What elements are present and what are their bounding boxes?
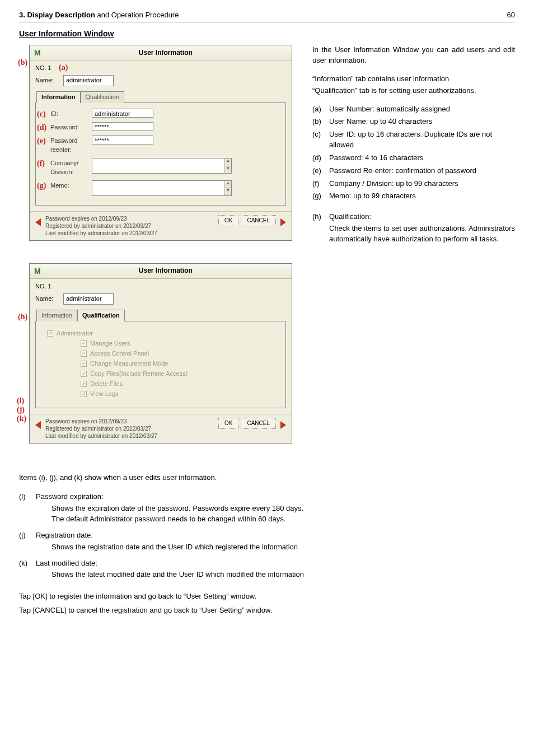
list-text: Password Re-enter: confirmation of passw… — [329, 166, 515, 176]
info-tab-desc: “Information” tab contains user informat… — [312, 74, 515, 85]
memo-field[interactable]: ▲▼ — [92, 180, 232, 196]
chapter-rest: and Operation Procedure — [95, 11, 179, 19]
check-copy-files[interactable]: ✓Copy Files(Include Remote Access) — [81, 370, 279, 379]
name-field[interactable]: administrator — [63, 293, 114, 305]
footer-registered: Registered by administrator on 2012/03/2… — [45, 425, 214, 432]
list-text: Password: 4 to 16 characters — [329, 153, 515, 164]
annot-g: (g) — [37, 180, 46, 192]
right-arrow-icon — [280, 218, 286, 226]
intro-paragraph: In the User Information Window you can a… — [312, 45, 515, 66]
scroll-arrows[interactable]: ▲▼ — [224, 181, 231, 195]
checkbox-icon: ✓ — [81, 351, 87, 357]
password-field[interactable]: ****** — [92, 122, 153, 131]
company-field[interactable]: ▲▼ — [92, 158, 232, 174]
check-label: Delete Files — [90, 380, 123, 389]
memo-label: Memo: — [43, 180, 87, 190]
list-bullet: (b) — [312, 116, 329, 127]
footer-expires: Password expires on 2012/09/23 — [45, 215, 214, 222]
check-label: View Logs — [90, 390, 119, 399]
footer-modified: Last modified by administrator on 2012/0… — [45, 230, 214, 237]
user-number-label: NO. 1 — [35, 283, 51, 290]
left-arrow-icon — [35, 218, 41, 226]
list-bullet: (d) — [312, 153, 329, 164]
list-text: User Name: up to 40 characters — [329, 116, 515, 127]
dialog-tabs: Information Qualification — [36, 91, 286, 102]
tab-information[interactable]: Information — [36, 91, 81, 103]
list-bullet: (c) — [312, 129, 329, 151]
user-info-dialog-qualification: (h) (i) (j) (k) M User Information NO. 1… — [19, 263, 299, 444]
list-bullet: (h) — [312, 212, 329, 222]
lower-description: Items (i), (j), and (k) show when a user… — [19, 473, 515, 616]
footer-expires: Password expires on 2012/09/23 — [45, 418, 214, 425]
name-field[interactable]: administrator — [63, 75, 114, 86]
item-title: Last modified date: — [36, 558, 97, 569]
list-bullet: (e) — [312, 166, 329, 176]
tail-cancel: Tap [CANCEL] to cancel the registration … — [19, 605, 515, 616]
check-manage-users[interactable]: ✓Manage Users — [81, 339, 279, 348]
tab-qualification[interactable]: Qualification — [81, 91, 125, 103]
right-arrow-icon — [280, 421, 286, 429]
tab-panel-information: (c) ID: administrator (d) Password: ****… — [35, 102, 286, 206]
annot-a: (a) — [59, 62, 68, 73]
check-label: Administrator — [57, 329, 93, 338]
description-text: In the User Information Window you can a… — [312, 45, 515, 245]
item-desc: Shows the latest modified date and the U… — [51, 570, 515, 580]
tab-panel-qualification: ✓ Administrator ✓Manage Users ✓Access Co… — [35, 321, 286, 408]
password-reenter-field[interactable]: ****** — [92, 136, 153, 144]
check-change-measurement-mode[interactable]: ✓Change Measurement Mode — [81, 360, 279, 368]
list-text: User Number: automatically assigned — [329, 104, 515, 115]
tab-information[interactable]: Information — [36, 310, 77, 321]
check-view-logs[interactable]: ✓View Logs — [81, 390, 279, 399]
user-number-label: NO. 1 — [35, 64, 51, 71]
annot-f: (f) — [37, 158, 45, 169]
page-header: 3. Display Description and Operation Pro… — [19, 10, 515, 22]
list-bullet: (i) — [19, 492, 36, 502]
list-text: Memo: up to 99 characters — [329, 191, 515, 202]
password-reenter-label: Password reenter: — [43, 136, 87, 155]
list-bullet: (j) — [19, 530, 36, 541]
annot-b: (b) — [18, 57, 27, 68]
chapter-title: 3. Display Description and Operation Pro… — [19, 10, 179, 21]
check-label: Access Control Panel — [90, 349, 149, 358]
tab-qualification[interactable]: Qualification — [77, 310, 125, 321]
id-field[interactable]: administrator — [92, 109, 153, 118]
item-desc: Shows the registration date and the User… — [51, 542, 515, 553]
page-number: 60 — [507, 10, 515, 21]
lower-intro: Items (i), (j), and (k) show when a user… — [19, 473, 515, 483]
ok-button[interactable]: OK — [218, 418, 238, 430]
check-delete-files[interactable]: ✓Delete Files — [81, 380, 279, 389]
name-label: Name: — [35, 295, 60, 304]
annot-d: (d) — [37, 122, 46, 133]
annot-e: (e) — [37, 136, 46, 147]
list-bullet: (f) — [312, 179, 329, 189]
checkbox-icon: ✓ — [47, 330, 53, 337]
check-label: Manage Users — [90, 339, 130, 348]
dialog-title: User Information — [44, 48, 287, 58]
list-text: Company / Division: up to 99 characters — [329, 179, 515, 189]
footer-registered: Registered by administrator on 2012/03/2… — [45, 222, 214, 230]
qual-tab-desc: “Qualification” tab is for setting user … — [312, 86, 515, 96]
item-title: Password expiration: — [36, 492, 104, 502]
checkbox-icon: ✓ — [81, 371, 87, 377]
cancel-button[interactable]: CANCEL — [241, 215, 276, 227]
dialog-footer: Password expires on 2012/09/23 Registere… — [30, 414, 292, 443]
tail-ok: Tap [OK] to register the information and… — [19, 591, 515, 602]
item-desc: Shows the expiration date of the passwor… — [51, 503, 515, 514]
checkbox-icon: ✓ — [81, 381, 87, 387]
user-info-dialog-information: (b) M User Information NO. 1 (a) Name: a… — [19, 45, 299, 241]
chapter-bold: 3. Display Description — [19, 11, 95, 19]
check-access-control-panel[interactable]: ✓Access Control Panel — [81, 349, 279, 358]
scroll-arrows[interactable]: ▲▼ — [224, 158, 231, 173]
list-bullet: (k) — [19, 558, 36, 569]
annot-h: (h) — [18, 311, 27, 323]
ok-button[interactable]: OK — [218, 215, 238, 227]
cancel-button[interactable]: CANCEL — [241, 418, 276, 430]
item-desc: The default Administrator password needs… — [51, 514, 515, 525]
dialog-tabs: Information Qualification — [36, 309, 286, 321]
item-title: Registration date: — [36, 530, 93, 541]
dialog-titlebar: M User Information — [30, 264, 292, 279]
company-label: Company/ Division: — [43, 158, 87, 177]
qualification-heading: Qualification: — [329, 212, 371, 222]
check-administrator[interactable]: ✓ Administrator — [47, 329, 279, 338]
list-text: User ID: up to 16 characters. Duplicate … — [329, 129, 515, 151]
